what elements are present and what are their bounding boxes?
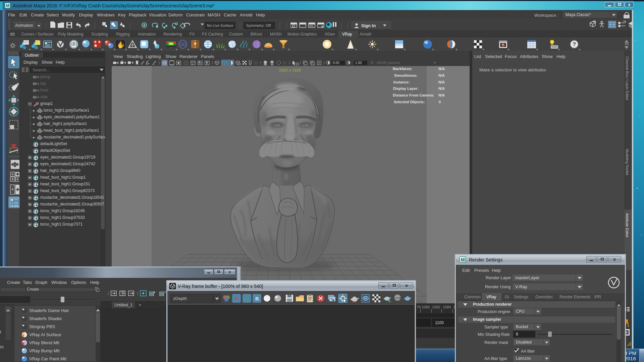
svg-text:R: R xyxy=(235,296,238,301)
svg-text:T: T xyxy=(206,61,208,65)
svg-text:B: B xyxy=(255,296,259,301)
svg-text:IPR: IPR xyxy=(309,25,313,27)
svg-text:0.00: 0.00 xyxy=(333,61,339,65)
svg-text:G: G xyxy=(245,296,249,301)
svg-text:1.00: 1.00 xyxy=(355,61,362,65)
svg-text:STOP: STOP xyxy=(395,297,401,299)
svg-text:sRGB gamma: sRGB gamma xyxy=(377,61,400,65)
svg-text:?: ? xyxy=(573,41,576,48)
